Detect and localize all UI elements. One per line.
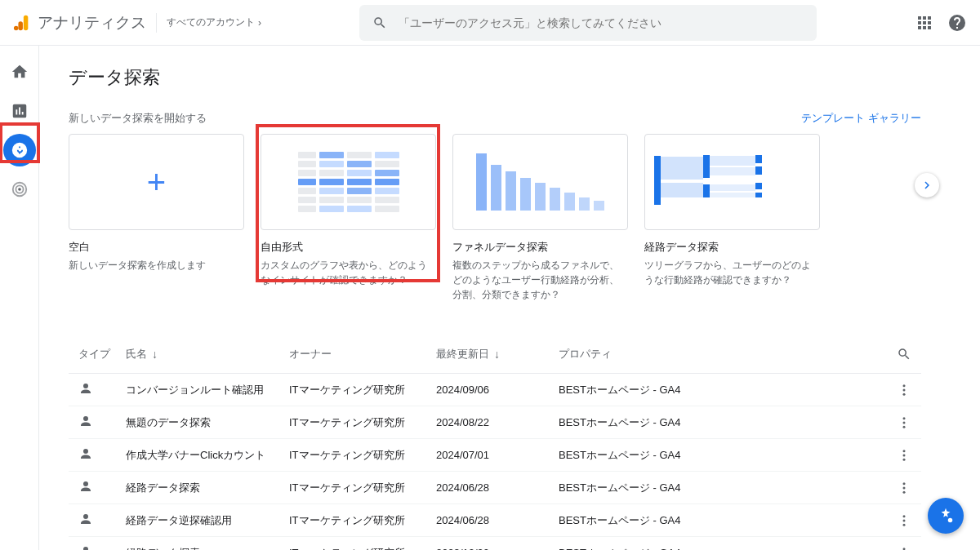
freeform-thumb-icon bbox=[270, 144, 427, 220]
section-label: 新しいデータ探索を開始する bbox=[69, 111, 207, 126]
template-row: + 空白 新しいデータ探索を作成します 自由形式 カスタムのグラフや表から、どの… bbox=[69, 134, 954, 302]
explorations-table: タイプ 氏名↓ オーナー 最終更新日↓ プロパティ コンバージョンルート確認用 … bbox=[69, 335, 954, 550]
svg-point-10 bbox=[903, 454, 906, 456]
svg-rect-0 bbox=[24, 15, 29, 29]
row-name: 無題のデータ探索 bbox=[126, 415, 289, 430]
col-owner: オーナー bbox=[289, 347, 436, 361]
row-prop: BESTホームページ - GA4 bbox=[559, 415, 872, 430]
row-prop: BESTホームページ - GA4 bbox=[559, 481, 872, 495]
person-icon bbox=[78, 544, 93, 550]
svg-point-21 bbox=[948, 518, 953, 523]
template-desc: カスタムのグラフや表から、どのようなインサイトが確認できますか？ bbox=[261, 258, 436, 287]
scroll-right-button[interactable] bbox=[915, 173, 939, 197]
row-name: コンバージョンルート確認用 bbox=[126, 383, 289, 397]
row-date: 2024/07/01 bbox=[436, 449, 559, 461]
row-date: 2024/06/28 bbox=[436, 514, 559, 526]
row-date: 2024/09/06 bbox=[436, 384, 559, 396]
plus-icon: + bbox=[147, 164, 166, 201]
template-blank[interactable]: + 空白 新しいデータ探索を作成します bbox=[69, 134, 244, 302]
analytics-logo-icon bbox=[13, 14, 31, 32]
row-prop: BESTホームページ - GA4 bbox=[559, 513, 872, 528]
template-title: 自由形式 bbox=[261, 240, 436, 255]
col-date[interactable]: 最終更新日↓ bbox=[436, 347, 559, 361]
apps-icon[interactable] bbox=[915, 13, 934, 33]
target-icon bbox=[11, 180, 29, 198]
search-box[interactable] bbox=[359, 5, 817, 41]
app-header: アナリティクス すべてのアカウント › bbox=[0, 0, 980, 46]
row-name: 作成大学バナーClickカウント bbox=[126, 448, 289, 463]
person-icon bbox=[78, 512, 93, 526]
page-title: データ探索 bbox=[69, 65, 954, 90]
sort-down-icon: ↓ bbox=[152, 348, 158, 361]
row-date: 2024/06/28 bbox=[436, 481, 559, 494]
sidebar-item-home[interactable] bbox=[3, 55, 36, 88]
person-icon bbox=[78, 479, 93, 494]
col-name[interactable]: 氏名↓ bbox=[126, 347, 289, 361]
row-owner: ITマーケティング研究所 bbox=[289, 415, 436, 430]
sidebar-item-advertising[interactable] bbox=[3, 173, 36, 206]
table-row[interactable]: 経路データ逆探確認用 ITマーケティング研究所 2024/06/28 BESTホ… bbox=[69, 504, 921, 537]
search-input[interactable] bbox=[399, 16, 804, 29]
insights-fab[interactable] bbox=[928, 498, 964, 534]
search-wrap bbox=[261, 5, 915, 41]
path-thumb-icon bbox=[654, 152, 811, 213]
reports-icon bbox=[11, 102, 29, 120]
svg-point-7 bbox=[903, 421, 906, 424]
search-icon bbox=[372, 16, 387, 30]
col-type: タイプ bbox=[69, 347, 126, 361]
row-owner: ITマーケティング研究所 bbox=[289, 481, 436, 495]
template-desc: 新しいデータ探索を作成します bbox=[69, 258, 244, 273]
account-breadcrumb[interactable]: すべてのアカウント › bbox=[167, 16, 261, 29]
funnel-thumb-icon bbox=[476, 153, 604, 211]
breadcrumb-label: すべてのアカウント bbox=[167, 16, 255, 29]
table-row[interactable]: 経路データ探索 ITマーケティング研究所 2024/06/28 BESTホームペ… bbox=[69, 472, 921, 504]
svg-point-15 bbox=[903, 515, 906, 517]
row-name: 経路データ探索 bbox=[126, 546, 289, 551]
svg-point-13 bbox=[903, 486, 906, 489]
more-vert-icon[interactable] bbox=[897, 448, 911, 463]
svg-point-5 bbox=[903, 393, 906, 395]
table-row[interactable]: コンバージョンルート確認用 ITマーケティング研究所 2024/09/06 BE… bbox=[69, 374, 921, 406]
template-freeform[interactable]: 自由形式 カスタムのグラフや表から、どのようなインサイトが確認できますか？ bbox=[261, 134, 436, 302]
table-header: タイプ 氏名↓ オーナー 最終更新日↓ プロパティ bbox=[69, 335, 921, 374]
svg-rect-1 bbox=[18, 21, 23, 30]
row-date: 2023/12/20 bbox=[436, 547, 559, 550]
row-prop: BESTホームページ - GA4 bbox=[559, 383, 872, 397]
more-vert-icon[interactable] bbox=[897, 415, 911, 430]
more-vert-icon[interactable] bbox=[897, 546, 911, 551]
app-title: アナリティクス bbox=[38, 12, 146, 33]
table-row[interactable]: 作成大学バナーClickカウント ITマーケティング研究所 2024/07/01… bbox=[69, 439, 921, 472]
svg-point-4 bbox=[903, 388, 906, 391]
help-icon[interactable] bbox=[947, 13, 967, 33]
template-title: 空白 bbox=[69, 240, 244, 255]
col-prop: プロパティ bbox=[559, 347, 872, 361]
person-icon bbox=[78, 381, 93, 396]
row-name: 経路データ逆探確認用 bbox=[126, 513, 289, 528]
svg-point-12 bbox=[903, 482, 906, 485]
template-funnel[interactable]: ファネルデータ探索 複数のステップから成るファネルで、どのようなユーザー行動経路… bbox=[452, 134, 628, 302]
template-title: 経路データ探索 bbox=[644, 240, 820, 255]
row-owner: ITマーケティング研究所 bbox=[289, 383, 436, 397]
row-owner: ITマーケティング研究所 bbox=[289, 546, 436, 551]
template-path[interactable]: 経路データ探索 ツリーグラフから、ユーザーのどのような行動経路が確認できますか？ bbox=[644, 134, 820, 302]
more-vert-icon[interactable] bbox=[897, 383, 911, 397]
table-row[interactable]: 無題のデータ探索 ITマーケティング研究所 2024/08/22 BESTホーム… bbox=[69, 406, 921, 439]
row-name: 経路データ探索 bbox=[126, 481, 289, 495]
sort-down-icon: ↓ bbox=[494, 348, 500, 361]
search-icon[interactable] bbox=[897, 347, 911, 361]
svg-point-11 bbox=[903, 458, 906, 460]
svg-point-6 bbox=[903, 417, 906, 419]
table-row[interactable]: 経路データ探索 ITマーケティング研究所 2023/12/20 BESTホームペ… bbox=[69, 537, 921, 550]
logo-wrap: アナリティクス bbox=[13, 12, 146, 33]
more-vert-icon[interactable] bbox=[897, 513, 911, 528]
row-date: 2024/08/22 bbox=[436, 416, 559, 428]
row-owner: ITマーケティング研究所 bbox=[289, 448, 436, 463]
svg-point-18 bbox=[903, 548, 906, 550]
separator bbox=[156, 13, 157, 33]
template-gallery-link[interactable]: テンプレート ギャラリー bbox=[801, 111, 921, 126]
row-prop: BESTホームページ - GA4 bbox=[559, 546, 872, 551]
header-actions bbox=[915, 13, 967, 33]
svg-point-8 bbox=[903, 425, 906, 428]
svg-point-14 bbox=[903, 490, 906, 493]
more-vert-icon[interactable] bbox=[897, 481, 911, 495]
